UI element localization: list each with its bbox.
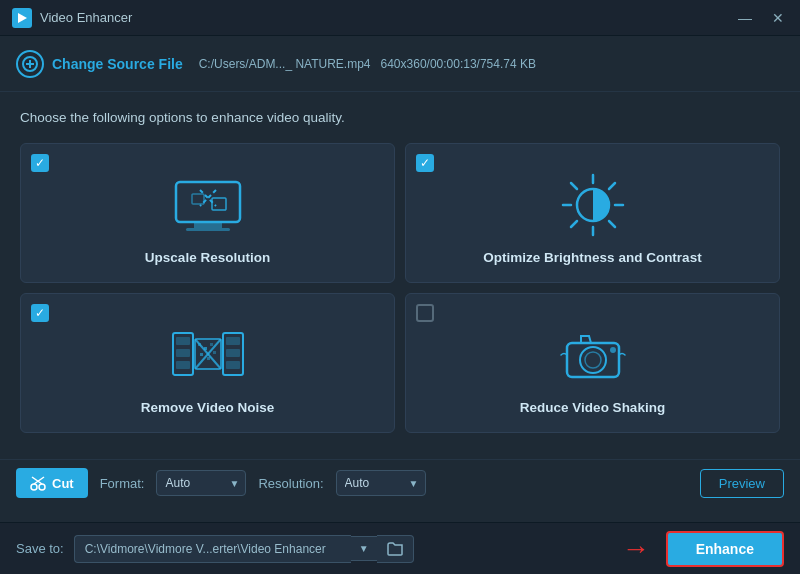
svg-line-15	[571, 183, 577, 189]
option-card-brightness[interactable]: ✓ Optimize Brightness and Cont	[405, 143, 780, 283]
svg-marker-0	[18, 13, 27, 23]
format-label: Format:	[100, 476, 145, 491]
svg-rect-34	[213, 351, 216, 354]
svg-line-16	[609, 221, 615, 227]
svg-rect-10	[212, 198, 226, 210]
save-bar: Save to: C:\Vidmore\Vidmore V...erter\Vi…	[0, 522, 800, 574]
option-card-upscale[interactable]: ✓ Upscale Resolution	[20, 143, 395, 283]
scissors-icon	[30, 475, 46, 491]
format-dropdown-wrapper: Auto MP4 MOV AVI ▼	[156, 470, 246, 496]
option-label-noise: Remove Video Noise	[141, 400, 274, 415]
resolution-dropdown-wrapper: Auto 1080p 720p 480p ▼	[336, 470, 426, 496]
svg-rect-33	[207, 357, 210, 360]
svg-rect-6	[186, 228, 230, 231]
resolution-label: Resolution:	[258, 476, 323, 491]
brightness-icon-area	[559, 170, 627, 240]
arrow-icon: →	[622, 535, 650, 563]
options-grid: ✓ Upscale Resolution ✓	[20, 143, 780, 433]
svg-line-43	[34, 477, 44, 484]
svg-rect-25	[226, 337, 240, 345]
option-label-upscale: Upscale Resolution	[145, 250, 270, 265]
checkbox-shaking[interactable]	[416, 304, 434, 322]
svg-line-44	[32, 477, 42, 484]
save-path-wrapper: C:\Vidmore\Vidmore V...erter\Video Enhan…	[74, 535, 414, 563]
checkbox-noise[interactable]: ✓	[31, 304, 49, 322]
minimize-button[interactable]: —	[734, 9, 756, 27]
svg-rect-9	[192, 194, 204, 204]
checkbox-brightness[interactable]: ✓	[416, 154, 434, 172]
change-source-button[interactable]: Change Source File	[16, 50, 183, 78]
shaking-icon-area	[559, 320, 627, 390]
svg-rect-4	[176, 182, 240, 222]
save-label: Save to:	[16, 541, 64, 556]
svg-rect-5	[194, 222, 222, 228]
svg-point-38	[580, 347, 606, 373]
window-controls: — ✕	[734, 9, 788, 27]
svg-rect-26	[226, 349, 240, 357]
app-title: Video Enhancer	[40, 10, 132, 25]
title-bar-left: Video Enhancer	[12, 8, 132, 28]
option-card-shaking[interactable]: Reduce Video Shaking	[405, 293, 780, 433]
svg-line-17	[609, 183, 615, 189]
title-bar: Video Enhancer — ✕	[0, 0, 800, 36]
subtitle: Choose the following options to enhance …	[20, 110, 780, 125]
svg-rect-22	[176, 349, 190, 357]
option-card-noise[interactable]: ✓	[20, 293, 395, 433]
bottom-toolbar: Cut Format: Auto MP4 MOV AVI ▼ Resolutio…	[0, 459, 800, 506]
noise-icon-area	[171, 320, 245, 390]
svg-rect-23	[176, 361, 190, 369]
resolution-dropdown[interactable]: Auto 1080p 720p 480p	[336, 470, 426, 496]
save-folder-button[interactable]	[377, 535, 414, 563]
save-path-dropdown-button[interactable]: ▼	[351, 536, 377, 561]
close-button[interactable]: ✕	[768, 9, 788, 27]
svg-line-18	[571, 221, 577, 227]
file-path: C:/Users/ADM..._ NATURE.mp4	[199, 57, 371, 71]
enhance-button[interactable]: Enhance	[666, 531, 784, 567]
preview-button[interactable]: Preview	[700, 469, 784, 498]
cut-button[interactable]: Cut	[16, 468, 88, 498]
change-source-icon	[16, 50, 44, 78]
svg-rect-31	[210, 343, 213, 346]
option-label-shaking: Reduce Video Shaking	[520, 400, 665, 415]
svg-rect-32	[200, 353, 203, 356]
option-label-brightness: Optimize Brightness and Contrast	[483, 250, 701, 265]
file-info: C:/Users/ADM..._ NATURE.mp4 640x360/00:0…	[199, 57, 536, 71]
format-dropdown[interactable]: Auto MP4 MOV AVI	[156, 470, 246, 496]
save-path: C:\Vidmore\Vidmore V...erter\Video Enhan…	[74, 535, 351, 563]
folder-icon	[387, 542, 403, 556]
app-icon	[12, 8, 32, 28]
file-meta: 640x360/00:00:13/754.74 KB	[381, 57, 536, 71]
main-content: Choose the following options to enhance …	[0, 92, 800, 459]
checkbox-upscale[interactable]: ✓	[31, 154, 49, 172]
svg-point-40	[610, 347, 616, 353]
svg-point-39	[585, 352, 601, 368]
svg-point-42	[39, 484, 45, 490]
svg-rect-21	[176, 337, 190, 345]
upscale-icon-area	[172, 170, 244, 240]
svg-point-41	[31, 484, 37, 490]
top-action-bar: Change Source File C:/Users/ADM..._ NATU…	[0, 36, 800, 92]
svg-rect-27	[226, 361, 240, 369]
